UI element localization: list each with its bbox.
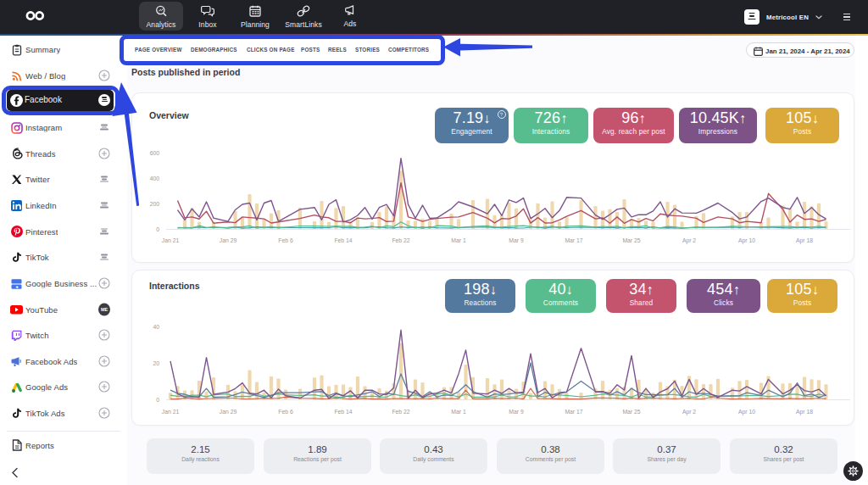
svg-text:Apr 18: Apr 18	[796, 237, 813, 244]
svg-text:200: 200	[150, 201, 160, 207]
svg-text:400: 400	[150, 176, 160, 181]
svg-text:Mar 25: Mar 25	[622, 237, 640, 243]
svg-text:600: 600	[150, 150, 160, 156]
svg-text:Feb 14: Feb 14	[334, 409, 352, 415]
svg-text:Apr 2: Apr 2	[682, 237, 696, 244]
svg-text:Feb 14: Feb 14	[334, 237, 352, 243]
svg-text:Jan 29: Jan 29	[220, 409, 237, 415]
svg-text:Mar 1: Mar 1	[451, 409, 466, 415]
svg-text:Apr 10: Apr 10	[738, 237, 755, 244]
svg-text:20: 20	[153, 360, 159, 366]
svg-text:Mar 17: Mar 17	[565, 409, 582, 415]
svg-text:Mar 17: Mar 17	[565, 237, 582, 243]
svg-text:Mar 1: Mar 1	[451, 237, 466, 243]
svg-text:Apr 18: Apr 18	[796, 409, 813, 415]
svg-text:40: 40	[153, 324, 159, 330]
svg-text:Mar 9: Mar 9	[509, 237, 524, 243]
svg-text:Jan 21: Jan 21	[162, 409, 180, 415]
svg-text:Feb 22: Feb 22	[392, 237, 409, 243]
svg-text:0: 0	[156, 397, 159, 403]
svg-text:Jan 29: Jan 29	[220, 237, 237, 243]
svg-text:0: 0	[156, 226, 159, 232]
svg-text:Feb 6: Feb 6	[278, 237, 293, 243]
svg-text:Mar 9: Mar 9	[509, 409, 524, 415]
svg-text:Apr 10: Apr 10	[738, 409, 755, 415]
svg-text:Feb 22: Feb 22	[392, 409, 409, 415]
svg-text:Apr 2: Apr 2	[682, 409, 696, 415]
svg-text:Feb 6: Feb 6	[278, 409, 293, 415]
svg-text:Mar 25: Mar 25	[622, 409, 640, 415]
svg-text:Jan 21: Jan 21	[162, 237, 180, 243]
